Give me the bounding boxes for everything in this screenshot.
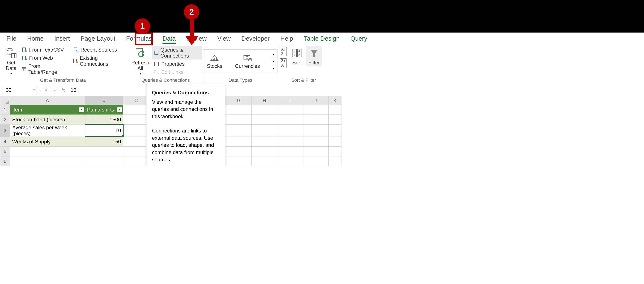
grid-cell[interactable] <box>10 156 85 166</box>
grid-cell[interactable] <box>252 115 277 125</box>
col-header-A[interactable]: A <box>10 96 85 105</box>
row-header-3[interactable]: 3 <box>0 125 10 137</box>
table-header-puma[interactable]: Puma shirts▼ <box>85 105 123 115</box>
grid-cell[interactable] <box>226 137 252 147</box>
grid-cell[interactable] <box>277 115 303 125</box>
col-header-G[interactable]: G <box>226 96 252 105</box>
sort-asc-button[interactable]: A↓Z <box>279 46 288 57</box>
grid-cell[interactable] <box>303 156 329 166</box>
chevron-down-icon[interactable]: ▼ <box>33 89 35 92</box>
tab-table-design[interactable]: Table Design <box>304 35 340 42</box>
grid-cell[interactable] <box>277 125 303 137</box>
grid-cell[interactable] <box>10 147 85 156</box>
grid-cell[interactable] <box>85 156 123 166</box>
enter-formula-button[interactable]: ✓ <box>50 85 60 95</box>
grid-cell[interactable] <box>252 125 277 137</box>
grid-cell[interactable] <box>277 147 303 156</box>
from-text-csv-button[interactable]: From Text/CSV <box>20 46 66 54</box>
from-web-button[interactable]: From Web <box>20 54 66 62</box>
gallery-more-button[interactable]: ▾ <box>271 65 276 72</box>
grid-cell[interactable] <box>226 156 252 166</box>
tab-help[interactable]: Help <box>280 35 293 42</box>
row-header-4[interactable]: 4 <box>0 137 10 147</box>
table-cell[interactable]: Weeks of Supply <box>10 137 85 147</box>
grid-cell[interactable] <box>123 156 149 166</box>
table-header-item[interactable]: Item▼ <box>10 105 85 115</box>
grid-cell[interactable] <box>329 147 342 156</box>
tab-view[interactable]: View <box>218 35 231 42</box>
recent-sources-button[interactable]: Recent Sources <box>72 46 123 54</box>
grid-cell[interactable] <box>226 115 252 125</box>
sort-desc-button[interactable]: Z↓A <box>279 58 288 69</box>
queries-connections-button[interactable]: Queries & Connections <box>152 46 202 60</box>
select-all-corner[interactable] <box>0 96 10 105</box>
tab-page-layout[interactable]: Page Layout <box>80 35 116 42</box>
refresh-all-button[interactable]: Refresh All ▾ <box>129 46 152 76</box>
grid-cell[interactable] <box>329 156 342 166</box>
row-header-6[interactable]: 6 <box>0 156 10 166</box>
get-data-button[interactable]: Get Data ▾ <box>3 46 19 76</box>
tab-data[interactable]: Data <box>162 35 176 42</box>
tab-query[interactable]: Query <box>350 35 367 42</box>
grid-cell[interactable] <box>277 105 303 115</box>
currencies-button[interactable]: Currencies <box>233 51 262 72</box>
table-cell[interactable]: 1500 <box>85 115 123 125</box>
grid-cell[interactable] <box>303 115 329 125</box>
row-header-2[interactable]: 2 <box>0 115 10 125</box>
grid-cell[interactable] <box>329 125 342 137</box>
grid-cell[interactable] <box>329 115 342 125</box>
row-header-5[interactable]: 5 <box>0 147 10 156</box>
existing-connections-button[interactable]: Existing Connections <box>72 54 123 68</box>
grid-cell[interactable] <box>123 115 149 125</box>
grid-cell[interactable] <box>123 147 149 156</box>
grid-cell[interactable] <box>303 147 329 156</box>
gallery-up-button[interactable]: ▴ <box>271 51 276 58</box>
cancel-formula-button[interactable]: ✕ <box>41 85 50 95</box>
grid-cell[interactable] <box>123 105 149 115</box>
filter-button[interactable]: Filter <box>306 46 322 66</box>
grid-cell[interactable] <box>252 105 277 115</box>
filter-dropdown-icon[interactable]: ▼ <box>117 107 122 112</box>
grid-cell[interactable] <box>277 137 303 147</box>
col-header-J[interactable]: J <box>303 96 329 105</box>
grid-cell[interactable] <box>252 137 277 147</box>
grid-cell[interactable] <box>303 125 329 137</box>
from-table-range-button[interactable]: From Table/Range <box>20 63 66 76</box>
grid-cell[interactable] <box>277 156 303 166</box>
name-box[interactable]: B3 ▼ <box>2 86 37 94</box>
row-header-1[interactable]: 1 <box>0 105 10 115</box>
col-header-C[interactable]: C <box>123 96 149 105</box>
grid-cell[interactable] <box>329 137 342 147</box>
svg-text:Z: Z <box>294 50 296 53</box>
col-header-H[interactable]: H <box>252 96 277 105</box>
grid-cell[interactable] <box>123 125 149 137</box>
properties-button[interactable]: Properties <box>152 60 202 68</box>
tooltip-body-1: View and manage the queries and connecti… <box>152 98 220 120</box>
table-cell[interactable]: Average sales per week (pieces) <box>10 125 85 137</box>
grid-cell[interactable] <box>226 125 252 137</box>
col-header-K[interactable]: K <box>329 96 342 105</box>
sort-button[interactable]: ZAAZ Sort <box>289 46 305 66</box>
grid-cell[interactable] <box>252 156 277 166</box>
tab-developer[interactable]: Developer <box>242 35 270 42</box>
table-cell[interactable]: Stock on-hand (pieces) <box>10 115 85 125</box>
col-header-I[interactable]: I <box>277 96 303 105</box>
grid-cell[interactable] <box>226 105 252 115</box>
fx-icon[interactable]: fx <box>60 87 67 93</box>
tab-home[interactable]: Home <box>27 35 44 42</box>
grid-cell[interactable] <box>226 147 252 156</box>
selected-cell[interactable]: 10 <box>85 125 123 137</box>
stocks-button[interactable]: Stocks <box>204 51 224 72</box>
filter-dropdown-icon[interactable]: ▼ <box>79 107 84 112</box>
grid-cell[interactable] <box>303 105 329 115</box>
tab-file[interactable]: File <box>6 35 16 42</box>
grid-cell[interactable] <box>85 147 123 156</box>
tab-insert[interactable]: Insert <box>54 35 70 42</box>
table-cell[interactable]: 150 <box>85 137 123 147</box>
grid-cell[interactable] <box>329 105 342 115</box>
gallery-down-button[interactable]: ▾ <box>271 58 276 65</box>
grid-cell[interactable] <box>303 137 329 147</box>
col-header-B[interactable]: B <box>85 96 123 105</box>
grid-cell[interactable] <box>123 137 149 147</box>
grid-cell[interactable] <box>252 147 277 156</box>
